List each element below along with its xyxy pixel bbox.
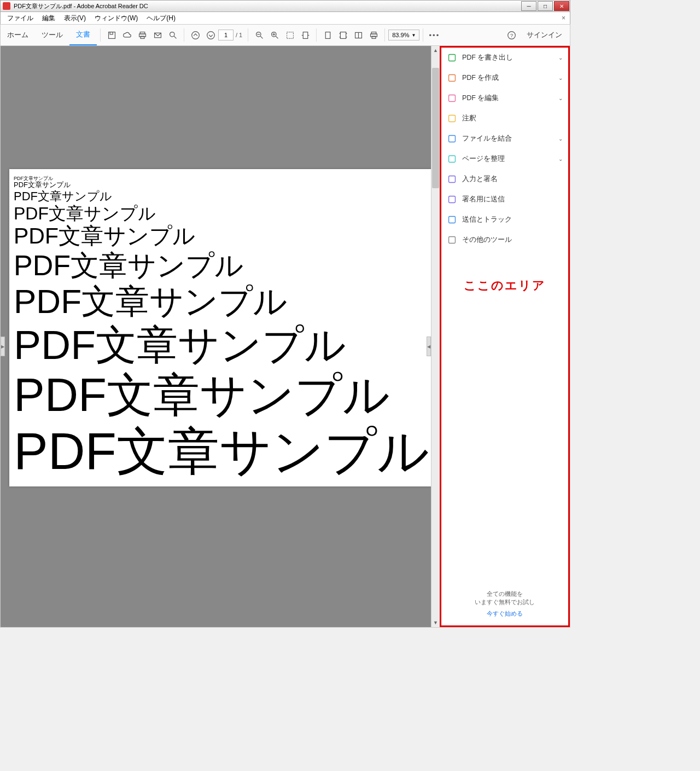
- separator: [100, 28, 101, 42]
- print-icon-2[interactable]: [366, 27, 381, 43]
- svg-rect-1: [110, 32, 113, 34]
- left-panel-toggle[interactable]: ▶: [1, 337, 5, 356]
- separator: [184, 28, 184, 42]
- svg-text:?: ?: [510, 32, 512, 38]
- page-down-icon[interactable]: [203, 27, 218, 43]
- tool-item-label: 入力と署名: [462, 175, 498, 184]
- tab-document[interactable]: 文書: [69, 25, 97, 45]
- menu-close-button[interactable]: ×: [557, 14, 570, 22]
- tool-item-label: 署名用に送信: [462, 195, 505, 204]
- window-minimize-button[interactable]: ─: [521, 1, 536, 11]
- svg-rect-39: [448, 237, 455, 244]
- svg-rect-34: [448, 136, 455, 142]
- svg-rect-33: [448, 115, 455, 122]
- svg-point-9: [207, 31, 214, 39]
- menu-edit[interactable]: 編集: [38, 13, 60, 24]
- tool-item-6[interactable]: 入力と署名: [441, 169, 568, 189]
- chevron-down-icon: ⌄: [558, 75, 563, 81]
- print-icon[interactable]: [135, 27, 150, 43]
- tool-item-0[interactable]: PDF を書き出し⌄: [441, 48, 568, 68]
- tab-tool[interactable]: ツール: [35, 25, 69, 45]
- read-mode-icon[interactable]: [351, 27, 366, 43]
- svg-rect-0: [108, 32, 115, 38]
- document-viewport[interactable]: ▶ ◀ PDF文章サンプルPDF文章サンプルPDF文章サンプルPDF文章サンプル…: [1, 46, 440, 627]
- document-text-line: PDF文章サンプル: [14, 223, 427, 249]
- tool-item-icon: [447, 114, 457, 124]
- window-maximize-button[interactable]: □: [538, 1, 553, 11]
- main-area: ▶ ◀ PDF文章サンプルPDF文章サンプルPDF文章サンプルPDF文章サンプル…: [0, 46, 570, 628]
- tool-item-icon: [447, 53, 457, 63]
- tool-item-7[interactable]: 署名用に送信: [441, 189, 568, 210]
- window-close-button[interactable]: ✕: [554, 1, 569, 11]
- panel-footer: 全ての機能を いますぐ無料でお試し 今すぐ始める: [441, 586, 568, 625]
- tool-item-8[interactable]: 送信とトラック: [441, 210, 568, 230]
- window-title: PDF文章サンプル.pdf - Adobe Acrobat Reader DC: [13, 2, 521, 10]
- tool-item-label: PDF を書き出し: [462, 53, 513, 62]
- help-icon[interactable]: ?: [504, 27, 519, 43]
- fit-page-icon[interactable]: [335, 27, 351, 43]
- tool-item-icon: [447, 215, 457, 225]
- menu-file[interactable]: ファイル: [3, 13, 38, 24]
- email-icon[interactable]: [150, 27, 165, 43]
- svg-rect-30: [448, 55, 455, 61]
- document-text-line: PDF文章サンプル: [14, 422, 427, 481]
- page-up-icon[interactable]: [188, 27, 203, 43]
- tool-item-1[interactable]: PDF を作成⌄: [441, 68, 568, 88]
- svg-rect-38: [448, 217, 455, 223]
- tool-item-label: ページを整理: [462, 154, 505, 164]
- tool-item-5[interactable]: ページを整理⌄: [441, 149, 568, 169]
- tool-item-label: 送信とトラック: [462, 215, 512, 224]
- cloud-icon[interactable]: [119, 27, 135, 43]
- page-number-input[interactable]: [218, 30, 234, 40]
- document-text-line: PDF文章サンプル: [14, 176, 427, 181]
- scroll-thumb[interactable]: [432, 68, 439, 188]
- menu-window[interactable]: ウィンドウ(W): [90, 13, 142, 24]
- tool-item-label: PDF を作成: [462, 73, 499, 83]
- more-tools-icon[interactable]: •••: [427, 27, 442, 43]
- menu-view[interactable]: 表示(V): [60, 13, 90, 24]
- tool-item-icon: [447, 195, 457, 205]
- chevron-down-icon: ⌄: [558, 156, 563, 162]
- tab-home[interactable]: ホーム: [1, 25, 35, 45]
- document-text-line: PDF文章サンプル: [14, 250, 427, 282]
- tool-item-icon: [447, 175, 457, 184]
- page-display-icon[interactable]: [320, 27, 335, 43]
- page-total-label: / 1: [234, 32, 244, 38]
- tool-item-2[interactable]: PDF を編集⌄: [441, 88, 568, 108]
- separator: [248, 28, 248, 42]
- fit-width-icon[interactable]: [298, 27, 313, 43]
- svg-rect-21: [325, 32, 330, 38]
- menu-help[interactable]: ヘルプ(H): [142, 13, 180, 24]
- vertical-scrollbar[interactable]: ▲ ▼: [431, 46, 440, 627]
- window-titlebar: PDF文章サンプル.pdf - Adobe Acrobat Reader DC …: [0, 0, 570, 12]
- scroll-down-arrow[interactable]: ▼: [431, 618, 440, 627]
- svg-rect-22: [340, 32, 346, 38]
- svg-rect-37: [448, 196, 455, 203]
- svg-line-7: [174, 36, 176, 38]
- right-panel-toggle[interactable]: ◀: [427, 337, 431, 356]
- zoom-out-icon[interactable]: [252, 27, 267, 43]
- search-icon[interactable]: [165, 27, 180, 43]
- scroll-up-arrow[interactable]: ▲: [431, 46, 440, 55]
- svg-rect-31: [448, 75, 455, 82]
- zoom-in-icon[interactable]: [267, 27, 282, 43]
- marquee-zoom-icon[interactable]: [282, 27, 298, 43]
- separator: [384, 28, 385, 42]
- toolbar: ホーム ツール 文書 / 1 83.9% ▼ ••• ? サインイン: [0, 24, 570, 46]
- document-text-line: PDF文章サンプル: [14, 181, 427, 189]
- chevron-down-icon: ▼: [411, 33, 416, 38]
- tool-item-9[interactable]: その他のツール: [441, 230, 568, 250]
- start-now-link[interactable]: 今すぐ始める: [441, 610, 568, 618]
- tool-item-3[interactable]: 注釈: [441, 108, 568, 129]
- zoom-select[interactable]: 83.9% ▼: [388, 30, 419, 40]
- tool-item-label: 注釈: [462, 114, 476, 123]
- tool-item-label: PDF を編集: [462, 94, 499, 103]
- sign-in-link[interactable]: サインイン: [519, 30, 570, 40]
- tool-item-icon: [447, 134, 457, 144]
- tool-item-4[interactable]: ファイルを結合⌄: [441, 129, 568, 149]
- tool-item-label: その他のツール: [462, 235, 512, 245]
- tools-panel: PDF を書き出し⌄PDF を作成⌄PDF を編集⌄注釈ファイルを結合⌄ページを…: [440, 46, 570, 627]
- svg-line-12: [260, 36, 262, 38]
- tool-item-icon: [447, 73, 457, 83]
- save-icon[interactable]: [104, 27, 119, 43]
